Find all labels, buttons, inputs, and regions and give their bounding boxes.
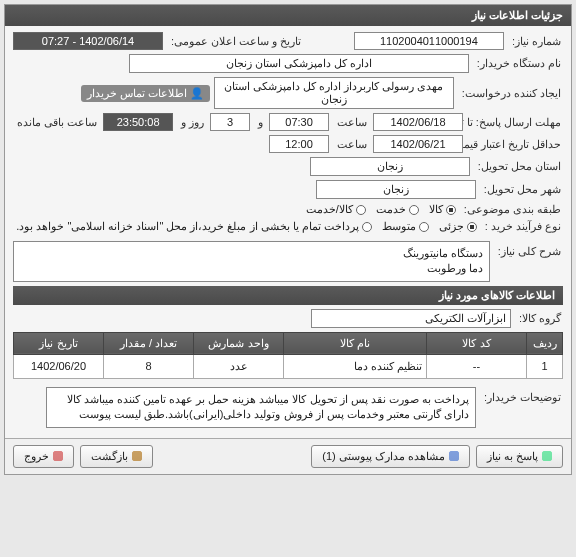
label-hour2: ساعت [337,138,367,151]
radio-dot-icon [409,205,419,215]
purchase-proc-group: جزئی متوسط پرداخت تمام یا بخشی از مبلغ خ… [16,220,477,233]
items-section-header: اطلاعات کالاهای مورد نیاز [13,286,563,305]
details-panel: جزئیات اطلاعات نیاز شماره نیاز: 11020040… [4,4,572,475]
label-day: روز و [181,116,204,129]
item-group-field: ابزارآلات الکتریکی [311,309,511,328]
label-buyer: نام دستگاه خریدار: [477,57,561,70]
attachments-button[interactable]: مشاهده مدارک پیوستی (1) [311,445,470,468]
public-announce-field: 1402/06/14 - 07:27 [13,32,163,50]
items-table: ردیف کد کالا نام کالا واحد شمارش تعداد /… [13,332,563,379]
valid-hour-field: 12:00 [269,135,329,153]
table-row[interactable]: 1 -- تنظیم کننده دما عدد 8 1402/06/20 [14,354,563,378]
cell-name: تنظیم کننده دما [284,354,427,378]
radio-dot-icon [356,205,366,215]
th-unit: واحد شمارش [194,332,284,354]
label-valid-date: حداقل تاریخ اعتبار قیمت: تا تاریخ: [471,138,561,151]
reply-icon [542,451,552,461]
label-remaining: ساعت باقی مانده [17,116,97,129]
days-remain-field: 3 [210,113,250,131]
radio-both[interactable]: کالا/خدمت [306,203,366,216]
table-header-row: ردیف کد کالا نام کالا واحد شمارش تعداد /… [14,332,563,354]
creator-field: مهدی رسولی کاربرداز اداره کل دامپزشکی اس… [214,77,454,109]
radio-full[interactable]: پرداخت تمام یا بخشی از مبلغ خرید،از محل … [16,220,372,233]
deadline-hour-field: 07:30 [269,113,329,131]
label-city: شهر محل تحویل: [484,183,561,196]
label-buyer-notes: توضیحات خریدار: [484,387,561,404]
radio-dot-icon [419,222,429,232]
cell-code: -- [427,354,527,378]
subject-class-group: کالا خدمت کالا/خدمت [306,203,456,216]
cell-row: 1 [527,354,563,378]
label-creator: ایجاد کننده درخواست: [462,87,561,100]
label-purchase-proc: نوع فرآیند خرید : [485,220,561,233]
radio-dot-icon [467,222,477,232]
th-date: تاریخ نیاز [14,332,104,354]
footer-bar: پاسخ به نیاز مشاهده مدارک پیوستی (1) باز… [5,438,571,474]
radio-minor[interactable]: جزئی [439,220,477,233]
label-need-no: شماره نیاز: [512,35,561,48]
label-subject-class: طبقه بندی موضوعی: [464,203,561,216]
label-need-desc: شرح کلی نیاز: [498,241,561,258]
contact-label: اطلاعات تماس خریدار [87,87,187,100]
reply-button[interactable]: پاسخ به نیاز [476,445,563,468]
panel-body: شماره نیاز: 1102004011000194 تاریخ و ساع… [5,26,571,438]
back-button[interactable]: بازگشت [80,445,153,468]
label-and: و [258,116,263,129]
radio-service[interactable]: خدمت [376,203,419,216]
deadline-date-field: 1402/06/18 [373,113,463,131]
need-desc-field: دستگاه مانیتورینگ دما ورطوبت [13,241,490,282]
panel-title: جزئیات اطلاعات نیاز [5,5,571,26]
cell-date: 1402/06/20 [14,354,104,378]
radio-goods[interactable]: کالا [429,203,456,216]
label-hour1: ساعت [337,116,367,129]
buyer-notes-field: پرداخت به صورت نقد پس از تحویل کالا میبا… [46,387,476,428]
label-public-announce: تاریخ و ساعت اعلان عمومی: [171,35,301,48]
buyer-name-field: اداره کل دامپزشکی استان زنجان [129,54,469,73]
th-qty: تعداد / مقدار [104,332,194,354]
need-number-field: 1102004011000194 [354,32,504,50]
label-province: استان محل تحویل: [478,160,561,173]
radio-dot-icon [446,205,456,215]
back-icon [132,451,142,461]
city-field: زنجان [316,180,476,199]
province-field: زنجان [310,157,470,176]
label-deadline: مهلت ارسال پاسخ: تا تاریخ: [471,116,561,129]
th-row: ردیف [527,332,563,354]
th-name: نام کالا [284,332,427,354]
label-item-group: گروه کالا: [519,312,561,325]
contact-info-button[interactable]: 👤 اطلاعات تماس خریدار [81,85,210,102]
cell-qty: 8 [104,354,194,378]
time-remain-field: 23:50:08 [103,113,173,131]
radio-dot-icon [362,222,372,232]
user-icon: 👤 [190,87,204,100]
attachment-icon [449,451,459,461]
exit-icon [53,451,63,461]
th-code: کد کالا [427,332,527,354]
valid-date-field: 1402/06/21 [373,135,463,153]
radio-medium[interactable]: متوسط [382,220,429,233]
cell-unit: عدد [194,354,284,378]
exit-button[interactable]: خروج [13,445,74,468]
